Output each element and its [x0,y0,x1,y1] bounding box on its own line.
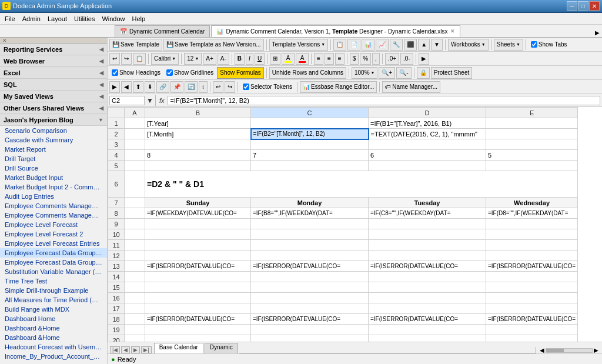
sidebar-item-market-budget-input2[interactable]: Market Budget Input 2 - Comments [0,182,107,192]
icon-btn-7[interactable]: ▲ [418,39,430,51]
decimal-increase-btn[interactable]: .0+ [385,53,399,65]
icon-b[interactable]: ◀ [121,81,132,93]
cell-a11[interactable] [125,240,145,251]
cell-e18[interactable]: =IF(ISERROR(DATEVALUE(CO= [486,314,578,325]
cell-d1[interactable]: =IF(B1="[T.Year]", 2016, B1) [369,118,486,129]
cell-c1[interactable] [251,118,369,129]
cell-c7[interactable]: Monday [251,198,369,208]
zoom-out-btn[interactable]: 🔍- [396,67,411,79]
cell-c19[interactable] [251,325,369,335]
save-as-new-button[interactable]: 💾 Save Template as New Version... [163,39,264,51]
sidebar-header-my-saved-views[interactable]: My Saved Views ◀ [0,91,107,102]
close-button[interactable]: ✕ [589,1,600,11]
cell-d5[interactable] [369,161,486,171]
cell-a3[interactable] [125,139,145,150]
underline-button[interactable]: U [255,53,265,65]
sidebar-item-simple-drillthrough[interactable]: Simple Drill-through Example [0,286,107,295]
cell-e17[interactable] [486,303,578,314]
cell-a12[interactable] [125,251,145,261]
sheet-nav-prev[interactable]: ◀ [121,346,130,353]
cell-a2[interactable] [125,129,145,139]
clipboard-icon[interactable]: 📋 [133,53,146,65]
cell-b1[interactable]: [T.Year] [145,118,251,129]
cell-a4[interactable] [125,150,145,161]
bold-button[interactable]: B [235,53,245,65]
sidebar-item-employee-level-forecast2[interactable]: Employee Level Forecast 2 [0,229,107,239]
cell-b17[interactable] [145,303,251,314]
icon-g[interactable]: 🔄 [185,81,198,93]
font-decrease-button[interactable]: A- [218,53,229,65]
cell-e16[interactable] [486,293,578,303]
template-versions-button[interactable]: Template Versions [269,39,329,51]
menu-admin[interactable]: Admin [19,14,44,24]
formula-input[interactable] [168,96,600,105]
hscroll-right[interactable]: ▶ [594,347,598,353]
sidebar-item-dashboard-home3[interactable]: Dashboard &Home [0,333,107,342]
cell-a6[interactable] [125,171,145,198]
cell-d8[interactable]: =IF(C8="",IF(WEEKDAY(DAT= [369,208,486,219]
hscroll-left[interactable]: ◀ [540,347,544,353]
cell-c12[interactable] [251,251,369,261]
undo-icon[interactable]: ↩ [109,53,120,65]
cell-b16[interactable] [145,293,251,303]
sheet-tab-dynamic[interactable]: Dynamic [205,343,238,353]
fill-color-btn[interactable]: A [282,53,295,65]
cell-e5[interactable] [486,161,578,171]
cell-b4[interactable]: 8 [145,150,251,161]
sidebar-item-employee-forecast-data-grouping[interactable]: Employee Forecast Data Grouping [0,248,107,258]
cell-a9[interactable] [125,219,145,229]
menu-window[interactable]: Window [98,14,128,24]
cell-e19[interactable] [486,325,578,335]
cell-b5[interactable] [145,161,251,171]
cell-a18[interactable] [125,314,145,325]
cell-e15[interactable] [486,282,578,293]
zoom-in-btn[interactable]: 🔍+ [379,67,395,79]
menu-file[interactable]: File [1,14,19,24]
cell-b8[interactable]: =IF(WEEKDAY(DATEVALUE(CO= [145,208,251,219]
sheet-nav-last[interactable]: ▶| [141,346,151,353]
cell-c3[interactable] [251,139,369,150]
cell-a14[interactable] [125,272,145,282]
sidebar-item-dashboard-home[interactable]: Dashboard Home [0,314,107,323]
tab-dynamic-comment-calendar[interactable]: 📅 Dynamic Comment Calendar [115,25,210,37]
cell-b18[interactable]: =IF(ISERROR(DATEVALUE(CO= [145,314,251,325]
cell-e9[interactable] [486,219,578,229]
cell-a19[interactable] [125,325,145,335]
cell-e1[interactable] [486,118,578,129]
icon-btn-4[interactable]: 📈 [376,39,389,51]
icon-c[interactable]: ⬆ [133,81,143,93]
maximize-button[interactable]: □ [578,1,588,11]
sidebar-item-build-range-mdx[interactable]: Build Range with MDX [0,305,107,314]
sheet-nav-first[interactable]: |◀ [110,346,120,353]
cell-b9[interactable] [145,219,251,229]
cell-a7[interactable] [125,198,145,208]
cell-a5[interactable] [125,161,145,171]
sidebar-header-reporting[interactable]: Reporting Services ◀ [0,44,107,55]
cell-c4[interactable]: 7 [251,150,369,161]
sidebar-header-other-users[interactable]: Other Users Shared Views ◀ [0,102,107,114]
cell-b19[interactable] [145,325,251,335]
cell-d15[interactable] [369,282,486,293]
sidebar-item-time-tree-test[interactable]: Time Tree Test [0,276,107,286]
cell-a16[interactable] [125,293,145,303]
sidebar-item-employee-forecast-data-grouping2[interactable]: Employee Forecast Data Grouping 2 [0,258,107,267]
hscroll-area[interactable]: ◀ ▶ [536,347,602,353]
cell-d4[interactable]: 6 [369,150,486,161]
col-header-b[interactable]: B [145,108,251,118]
cell-d2[interactable]: =TEXT(DATE(2015, C2, 1), "mmmm" [369,129,486,139]
cell-d12[interactable] [369,251,486,261]
sidebar-item-scenario-comparison[interactable]: Scenario Comparison [0,126,107,135]
cell-d7[interactable]: Tuesday [369,198,486,208]
decimal-decrease-btn[interactable]: .0- [400,53,413,65]
dropdown-arrow[interactable]: ▼ [146,96,153,105]
sheets-button[interactable]: Sheets [494,39,523,51]
cell-d18[interactable]: =IF(ISERROR(DATEVALUE(CO= [369,314,486,325]
sidebar-item-employee-level-forecast[interactable]: Employee Level Forecast [0,220,107,229]
font-selector[interactable]: Calibri [151,53,179,65]
sidebar-header-sql[interactable]: SQL ◀ [0,79,107,91]
cell-reference-input[interactable] [109,96,145,105]
cell-b10[interactable] [145,229,251,240]
sidebar-header-hyperion[interactable]: Jason's Hyperion Blog ▼ [0,114,107,126]
col-header-e[interactable]: E [486,108,578,118]
cell-a1[interactable] [125,118,145,129]
